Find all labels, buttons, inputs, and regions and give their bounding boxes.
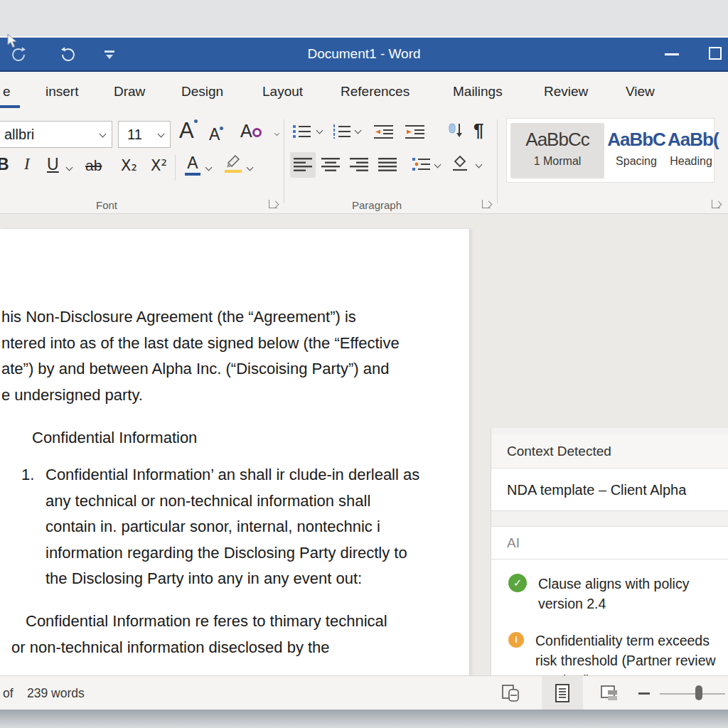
word-window: Document1 - Word e insert Draw Design La… bbox=[0, 0, 728, 728]
chevron-down-icon[interactable] bbox=[355, 127, 362, 134]
check-circle-icon: ✓ bbox=[508, 574, 527, 592]
font-size-value: 11 bbox=[127, 122, 142, 147]
style-spacing[interactable]: AaBbC Spacing bbox=[606, 123, 666, 178]
tab-draw[interactable]: Draw bbox=[114, 72, 145, 114]
borders-icon[interactable] bbox=[451, 155, 469, 175]
chevron-down-icon[interactable] bbox=[247, 164, 254, 171]
subscript-button[interactable]: X₂ bbox=[121, 157, 137, 174]
document-paragraph: Confidential Information re feres to thi… bbox=[26, 609, 387, 660]
paragraph-dialog-launcher-icon[interactable] bbox=[482, 200, 491, 208]
justify-button[interactable] bbox=[378, 158, 397, 175]
style-normal[interactable]: AaBbCc 1 Mormal bbox=[510, 123, 604, 178]
document-workspace: his Non-Disclosure Agreement (the “Agree… bbox=[0, 214, 728, 675]
minimize-button[interactable] bbox=[665, 53, 679, 55]
font-name-value: allbri bbox=[4, 122, 34, 147]
zoom-out-button[interactable] bbox=[638, 692, 650, 695]
ribbon: allbri 11 A A A B I U ab X₂ X bbox=[0, 114, 728, 214]
font-dialog-launcher-icon[interactable] bbox=[269, 200, 277, 208]
clear-formatting-icon bbox=[252, 128, 262, 137]
panel-header: Context Detected bbox=[491, 434, 728, 469]
align-left-button[interactable] bbox=[290, 152, 316, 178]
zoom-slider-track[interactable] bbox=[660, 693, 725, 695]
document-paragraph: his Non-Disclosure Agreement (the “Agree… bbox=[1, 304, 400, 408]
tab-references[interactable]: References bbox=[341, 72, 410, 114]
web-layout-icon[interactable] bbox=[601, 684, 619, 705]
highlight-color-swatch bbox=[225, 170, 242, 173]
window-shadow bbox=[0, 710, 728, 728]
read-mode-icon[interactable] bbox=[501, 683, 521, 706]
numbered-list-icon[interactable] bbox=[333, 124, 351, 142]
grow-font-button[interactable]: A bbox=[179, 118, 198, 144]
strikethrough-button[interactable]: ab bbox=[85, 157, 102, 174]
tab-mailings[interactable]: Mailings bbox=[453, 72, 503, 114]
ai-section-label: AI bbox=[491, 527, 728, 560]
italic-button[interactable]: I bbox=[24, 155, 30, 173]
tab-design[interactable]: Design bbox=[181, 72, 223, 114]
chevron-down-icon[interactable] bbox=[66, 164, 73, 171]
maximize-button[interactable] bbox=[709, 47, 722, 60]
decrease-indent-icon[interactable] bbox=[374, 124, 394, 142]
paragraph-group: ¶ Paragraph bbox=[284, 114, 498, 213]
finding-success: ✓ Clause aligns with policy version 2.4 bbox=[508, 574, 689, 614]
align-right-button[interactable] bbox=[350, 158, 368, 175]
window-title: Document1 - Word bbox=[0, 38, 728, 70]
styles-gallery: AaBbCc 1 Mormal AaBbC Spacing AaBb( Head… bbox=[506, 118, 714, 183]
font-size-combobox[interactable]: 11 bbox=[118, 121, 171, 148]
styles-dialog-launcher-icon[interactable] bbox=[712, 200, 720, 208]
bold-button[interactable]: B bbox=[0, 155, 9, 174]
tab-insert[interactable]: insert bbox=[46, 72, 78, 114]
chevron-down-icon[interactable] bbox=[434, 161, 441, 168]
ribbon-tab-row: e insert Draw Design Layout References M… bbox=[0, 72, 728, 114]
highlighter-pen-icon bbox=[225, 154, 242, 169]
page-indicator: of bbox=[3, 676, 14, 710]
info-circle-icon: i bbox=[508, 632, 524, 648]
chevron-down-icon[interactable] bbox=[316, 127, 323, 134]
zoom-slider-thumb[interactable] bbox=[695, 685, 702, 700]
chevron-down-icon[interactable] bbox=[476, 161, 483, 168]
style-heading[interactable]: AaBb( Heading bbox=[668, 123, 714, 178]
text-highlight-button[interactable] bbox=[225, 154, 242, 173]
chevron-down-icon[interactable] bbox=[205, 164, 213, 171]
chevron-down-icon[interactable] bbox=[158, 131, 165, 138]
font-color-button[interactable]: A bbox=[185, 154, 200, 176]
bullet-list-icon[interactable] bbox=[293, 124, 311, 142]
document-heading: Confidential Information bbox=[32, 425, 197, 451]
shrink-font-button[interactable]: A bbox=[209, 125, 223, 144]
sort-icon[interactable] bbox=[448, 122, 464, 142]
font-color-swatch bbox=[185, 173, 200, 176]
underline-button[interactable]: U bbox=[47, 155, 59, 174]
title-bar: Document1 - Word bbox=[0, 38, 728, 72]
context-item[interactable]: NDA template – Client Alpha bbox=[491, 469, 728, 511]
group-divider bbox=[497, 119, 498, 203]
font-name-combobox[interactable]: allbri bbox=[0, 121, 112, 148]
active-tab-underline bbox=[0, 105, 20, 108]
finding-text: Clause aligns with policy version 2.4 bbox=[538, 574, 689, 614]
document-list-item: Confidential Information’ an shall ir cl… bbox=[46, 462, 419, 592]
pilcrow-icon[interactable]: ¶ bbox=[473, 119, 483, 141]
list-number: 1. bbox=[21, 462, 34, 488]
superscript-button[interactable]: X² bbox=[151, 157, 167, 174]
document-page[interactable]: his Non-Disclosure Agreement (the “Agree… bbox=[0, 229, 470, 675]
increase-indent-icon[interactable] bbox=[405, 124, 425, 142]
desktop-background bbox=[0, 0, 728, 37]
font-group-label: Font bbox=[43, 199, 171, 211]
print-layout-icon[interactable] bbox=[555, 684, 570, 705]
divider bbox=[175, 155, 176, 181]
font-group: allbri 11 A A A B I U ab X₂ X bbox=[0, 114, 284, 213]
change-case-button[interactable]: A bbox=[240, 121, 262, 141]
paragraph-group-label: Paragraph bbox=[313, 199, 441, 211]
mouse-cursor bbox=[7, 33, 18, 52]
align-center-button[interactable] bbox=[321, 158, 340, 175]
chevron-down-icon[interactable] bbox=[100, 131, 107, 138]
multilevel-list-icon[interactable] bbox=[412, 156, 431, 175]
tab-view[interactable]: View bbox=[626, 72, 655, 114]
tab-layout[interactable]: Layout bbox=[262, 72, 303, 114]
word-count[interactable]: 239 words bbox=[27, 676, 85, 710]
status-bar: of 239 words bbox=[0, 675, 728, 710]
panel-divider bbox=[491, 511, 728, 527]
chevron-down-icon[interactable] bbox=[274, 131, 279, 136]
tab-review[interactable]: Review bbox=[544, 72, 588, 114]
